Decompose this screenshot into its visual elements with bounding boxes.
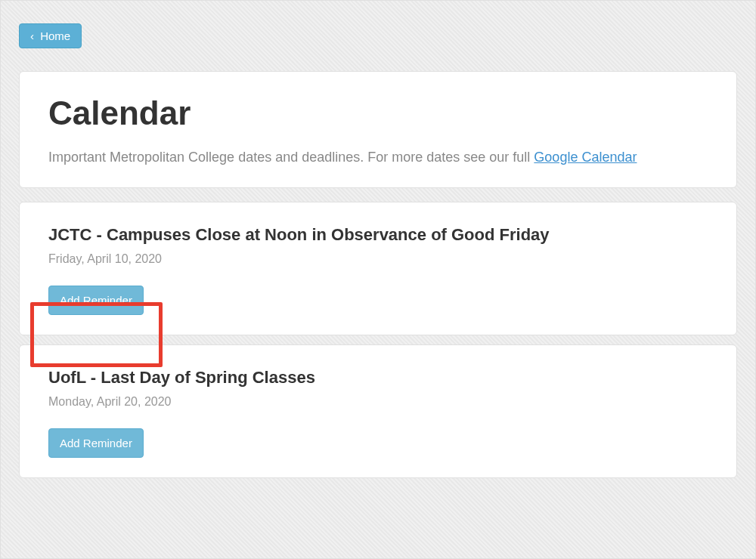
event-date: Friday, April 10, 2020: [48, 252, 708, 266]
google-calendar-link[interactable]: Google Calendar: [534, 150, 637, 165]
page-container: ‹ Home Calendar Important Metropolitan C…: [0, 0, 756, 559]
subtitle-text: Important Metropolitan College dates and…: [48, 150, 534, 165]
event-date: Monday, April 20, 2020: [48, 395, 708, 409]
event-card: JCTC - Campuses Close at Noon in Observa…: [19, 202, 737, 335]
event-card: UofL - Last Day of Spring Classes Monday…: [19, 344, 737, 478]
add-reminder-button[interactable]: Add Reminder: [48, 286, 144, 315]
page-title: Calendar: [48, 94, 708, 132]
event-title: UofL - Last Day of Spring Classes: [48, 368, 708, 388]
chevron-left-icon: ‹: [30, 29, 34, 42]
page-subtitle: Important Metropolitan College dates and…: [48, 147, 708, 168]
home-button[interactable]: ‹ Home: [19, 23, 82, 48]
calendar-header-panel: Calendar Important Metropolitan College …: [19, 71, 737, 188]
home-button-label: Home: [40, 29, 70, 42]
add-reminder-button[interactable]: Add Reminder: [48, 428, 144, 458]
event-title: JCTC - Campuses Close at Noon in Observa…: [48, 225, 708, 245]
